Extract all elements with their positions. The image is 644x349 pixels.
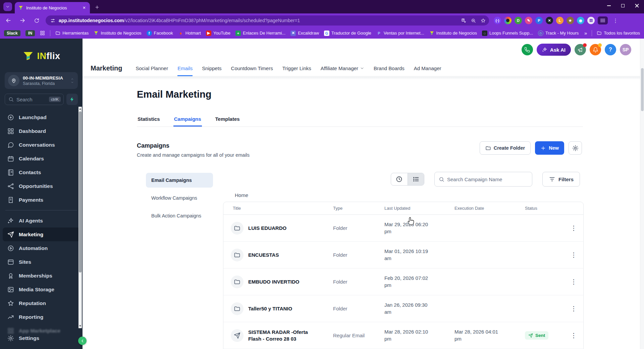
star-extension-icon[interactable]: ★ [567, 17, 574, 24]
x-extension-icon[interactable]: ✕ [546, 17, 553, 24]
chrome-menu-icon[interactable]: ⋮ [613, 17, 618, 24]
tab-close-icon[interactable] [81, 5, 87, 11]
kebab-menu-icon[interactable]: ⋮ [568, 250, 580, 259]
sidebar-item-automation[interactable]: Automation [0, 241, 83, 255]
bookmark-instituto[interactable]: Instituto de Negocios [94, 31, 141, 36]
bookmark-excalidraw[interactable]: ✕Excalidraw [290, 31, 319, 36]
sidebar-item-dashboard[interactable]: Dashboard [0, 124, 83, 138]
schedule-view-button[interactable] [391, 173, 408, 185]
puzzle-extensions-icon[interactable]: ⚄ [587, 17, 595, 24]
tab-countdown-timers[interactable]: Countdown Timers [231, 65, 273, 76]
bookmark-track[interactable]: ◷Track - My Hours [538, 31, 579, 36]
bookmark-hotmart[interactable]: ♦Hotmart [178, 31, 201, 36]
kebab-menu-icon[interactable]: ⋮ [568, 223, 580, 233]
scrollbar-thumb[interactable] [641, 68, 644, 111]
table-row[interactable]: ENCUESTAS Folder Mar 01, 2026 10:19 am ⋮ [223, 242, 583, 268]
bookmark-chip-in[interactable]: IN [25, 30, 35, 36]
sidebar-item-memberships[interactable]: Memberships [0, 269, 83, 283]
sidebar-item-reputation[interactable]: Reputation [0, 296, 83, 310]
bookmark-loops[interactable]: ◌Loops Funnels Supp... [482, 31, 533, 36]
bookmark-herramientas[interactable]: Herramientas [55, 31, 89, 36]
tab-ad-manager[interactable]: Ad Manager [414, 65, 441, 76]
tab-emails[interactable]: Emails [177, 65, 193, 76]
avatar[interactable]: SP [620, 44, 631, 55]
location-switcher[interactable]: 00-IN-MEMBRESIA Sarasota, Florida [5, 72, 78, 89]
translate-icon[interactable] [461, 18, 466, 23]
filters-button[interactable]: Filters [542, 172, 580, 187]
sidebar-item-contacts[interactable]: Contacts [0, 165, 83, 179]
kebab-menu-icon[interactable]: ⋮ [568, 277, 580, 286]
zoom-icon[interactable] [471, 18, 476, 23]
kebab-menu-icon[interactable]: ⋮ [568, 304, 580, 313]
tab-brand-boards[interactable]: Brand Boards [374, 65, 405, 76]
subnav-bulk-action-campaigns[interactable]: Bulk Action Campaigns [146, 208, 213, 223]
dino-extension-icon[interactable]: D [515, 17, 522, 24]
bookmark-ventas[interactable]: PVentas por Internet... [376, 31, 424, 36]
help-button[interactable]: ? [605, 44, 616, 55]
bookmark-enlaces[interactable]: +Enlaces De Herrami... [235, 31, 285, 36]
sidebar-item-settings[interactable]: Settings [0, 331, 83, 345]
tab-templates[interactable]: Templates [215, 113, 240, 127]
bookmarks-overflow-icon[interactable]: » [584, 30, 587, 36]
tab-search-button[interactable] [3, 2, 12, 11]
sidebar-search-input[interactable]: Search ctrlK [5, 94, 64, 105]
bookmark-traductor[interactable]: GTraductor de Google [324, 31, 371, 36]
subnav-workflow-campaigns[interactable]: Workflow Campaigns [146, 191, 213, 205]
sidebar-item-payments[interactable]: Payments [0, 193, 83, 207]
kebab-menu-icon[interactable]: ⋮ [568, 331, 580, 340]
back-icon[interactable] [3, 15, 14, 26]
address-bar[interactable]: app.institutodenegocios.com/v2/location/… [46, 15, 489, 26]
list-view-button[interactable] [408, 173, 424, 185]
speaker-extension-icon[interactable]: ◉ [577, 17, 584, 24]
sidebar-item-calendars[interactable]: Calendars [0, 152, 83, 165]
pencil-extension-icon[interactable]: ✎ [525, 17, 532, 24]
scrollbar-thumb[interactable] [79, 111, 82, 272]
ask-ai-button[interactable]: Ask AI [537, 44, 571, 56]
new-tab-button[interactable] [93, 3, 101, 11]
sidebar-scrollbar[interactable] [78, 107, 82, 328]
signal-extension-icon[interactable]: (·) [494, 17, 501, 24]
maximize-icon[interactable] [616, 0, 630, 11]
campaign-settings-button[interactable] [569, 141, 582, 155]
notifications-button[interactable] [590, 44, 601, 55]
page-scrollbar[interactable] [640, 39, 644, 349]
forward-icon[interactable] [17, 15, 28, 26]
sidebar-item-sites[interactable]: Sites [0, 255, 83, 269]
new-button[interactable]: New [535, 141, 564, 155]
sidebar-collapse-button[interactable] [78, 337, 87, 345]
sidebar-item-launchpad[interactable]: Launchpad [0, 110, 83, 124]
bookmark-instituto-2[interactable]: Instituto de Negocios [429, 31, 477, 36]
campaign-title[interactable]: SISTEMA RADAR -Oferta Flash - Correo 28 … [248, 329, 312, 342]
bookmark-facebook[interactable]: fFacebook [147, 31, 173, 36]
tab-snippets[interactable]: Snippets [202, 65, 221, 76]
site-settings-icon[interactable] [50, 18, 55, 23]
table-row[interactable]: SISTEMA RADAR -Oferta Flash - Correo 28 … [223, 322, 583, 349]
browser-tab[interactable]: Instituto de Negocios [15, 2, 90, 13]
tab-campaigns[interactable]: Campaigns [173, 113, 202, 127]
subnav-email-campaigns[interactable]: Email Campaigns [146, 173, 213, 188]
breadcrumb[interactable]: Home [235, 192, 248, 198]
shield-extension-icon[interactable]: P [535, 17, 543, 24]
campaign-search-input[interactable]: Search Campaign Name [434, 172, 532, 187]
table-row[interactable]: Taller50 y TITANIO Folder Jan 26, 2026 0… [223, 295, 583, 322]
sidebar-item-conversations[interactable]: Conversations [0, 138, 83, 152]
scroll-up-icon[interactable] [79, 108, 81, 110]
table-row[interactable]: LUIS EDUARDO Folder Mar 29, 2026 06:20 p… [223, 215, 583, 242]
apps-grid-icon[interactable] [40, 31, 45, 36]
bookmark-youtube[interactable]: ▶YouTube [206, 31, 230, 36]
campaign-title[interactable]: ENCUESTAS [248, 252, 279, 258]
campaign-title[interactable]: EMBUDO INVERTIDO [248, 279, 300, 285]
all-favorites[interactable]: Todos los favoritos [597, 31, 640, 36]
announcements-button[interactable] [575, 44, 586, 55]
create-folder-button[interactable]: Create Folder [480, 141, 531, 155]
bookmark-chip-slack[interactable]: Slack [4, 30, 20, 36]
sidebar-item-media-storage[interactable]: Media Storage [0, 283, 83, 296]
tab-affiliate-manager[interactable]: Affiliate Manager [321, 65, 364, 76]
table-row[interactable]: EMBUDO INVERTIDO Folder Feb 20, 2026 07:… [223, 268, 583, 295]
minimize-icon[interactable] [602, 0, 616, 11]
bookmark-star-icon[interactable] [481, 18, 486, 23]
sidebar-item-ai-agents[interactable]: AI Agents [0, 214, 83, 228]
camera-extension-icon[interactable] [504, 17, 512, 24]
quick-actions-bolt-icon[interactable] [66, 94, 78, 105]
campaign-title[interactable]: Taller50 y TITANIO [248, 305, 292, 312]
